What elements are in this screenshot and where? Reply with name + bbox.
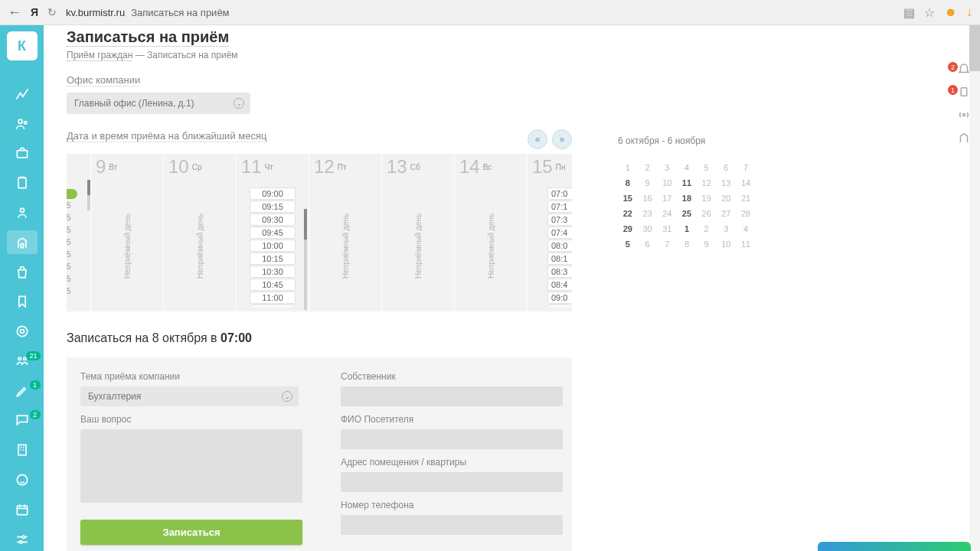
calendar-day[interactable]: 9 bbox=[638, 175, 658, 191]
calendar-day[interactable]: 30 bbox=[638, 221, 658, 236]
phone-input[interactable] bbox=[341, 515, 563, 535]
time-slot[interactable]: 07:3 bbox=[547, 214, 572, 226]
nav-edit-icon[interactable]: 1 bbox=[7, 379, 38, 403]
calendar-day[interactable]: 2 bbox=[638, 160, 658, 175]
calendar-day[interactable]: 18 bbox=[677, 191, 697, 206]
calendar-day[interactable]: 9 bbox=[697, 236, 717, 252]
calendar-day[interactable]: 21 bbox=[736, 191, 756, 206]
time-slot[interactable]: 07:0 bbox=[547, 187, 572, 200]
calendar-day[interactable]: 25 bbox=[677, 206, 697, 221]
calendar-day[interactable]: 5 bbox=[697, 160, 717, 175]
calendar-day[interactable]: 24 bbox=[657, 206, 677, 221]
nav-bookmark-icon[interactable] bbox=[7, 290, 38, 314]
browser-url[interactable]: kv.burmistr.ru Записаться на приём bbox=[66, 7, 230, 18]
time-slot[interactable]: 08:1 bbox=[547, 253, 572, 265]
browser-back-icon[interactable]: ← bbox=[8, 5, 21, 21]
download-icon[interactable]: ↓ bbox=[966, 5, 972, 19]
nav-calendar-icon[interactable] bbox=[7, 497, 38, 521]
calendar-day[interactable]: 11 bbox=[677, 175, 697, 191]
calendar-day[interactable]: 20 bbox=[717, 191, 737, 206]
breadcrumb-link[interactable]: Приём граждан bbox=[67, 50, 132, 61]
address-input[interactable] bbox=[341, 472, 563, 492]
calendar-day[interactable]: 4 bbox=[677, 160, 697, 175]
browser-ya-icon[interactable]: Я bbox=[31, 6, 38, 18]
calendar-day[interactable]: 6 bbox=[638, 236, 658, 252]
calendar-day[interactable]: 19 bbox=[697, 191, 717, 206]
calendar-day[interactable]: 7 bbox=[657, 236, 677, 252]
time-slot[interactable]: 09:15 bbox=[250, 201, 296, 213]
nav-bag-icon[interactable] bbox=[7, 260, 38, 284]
calendar-day[interactable]: 10 bbox=[717, 236, 737, 252]
fio-input[interactable] bbox=[341, 429, 563, 449]
question-textarea[interactable] bbox=[80, 429, 302, 503]
nav-target-icon[interactable] bbox=[7, 320, 38, 344]
calendar-day[interactable]: 17 bbox=[657, 191, 677, 206]
time-slot[interactable]: 11:00 bbox=[250, 292, 296, 304]
calendar-day[interactable]: 11 bbox=[736, 236, 756, 252]
browser-refresh-icon[interactable]: ↻ bbox=[47, 6, 57, 18]
next-week-button[interactable]: » bbox=[552, 129, 572, 149]
calendar-day[interactable]: 14 bbox=[736, 175, 756, 191]
nav-person-icon[interactable] bbox=[7, 201, 38, 225]
time-slot[interactable]: 10:00 bbox=[250, 240, 296, 252]
calendar-table[interactable]: 1234567891011121314151617181920212223242… bbox=[618, 160, 756, 252]
calendar-day[interactable]: 26 bbox=[697, 206, 717, 221]
calendar-day[interactable]: 28 bbox=[736, 206, 756, 221]
calendar-day[interactable]: 2 bbox=[697, 221, 717, 236]
time-slot[interactable]: 07:4 bbox=[547, 227, 572, 239]
calendar-day[interactable]: 13 bbox=[717, 175, 737, 191]
logo[interactable]: К bbox=[7, 31, 38, 60]
nav-chat-icon[interactable]: 2 bbox=[7, 409, 38, 432]
calendar-day[interactable]: 23 bbox=[638, 206, 658, 221]
prev-week-button[interactable]: « bbox=[528, 129, 547, 149]
calendar-day[interactable]: 5 bbox=[618, 236, 638, 252]
calendar-day[interactable]: 3 bbox=[717, 221, 737, 236]
calendar-day[interactable]: 12 bbox=[697, 175, 717, 191]
time-slot[interactable]: 11:15 bbox=[250, 305, 296, 307]
emoji-icon[interactable]: ☻ bbox=[944, 5, 957, 19]
time-slot[interactable]: 09:30 bbox=[250, 214, 296, 226]
nav-clipboard-icon[interactable] bbox=[7, 171, 38, 195]
panel-icon[interactable]: ▤ bbox=[903, 5, 915, 20]
nav-appointment-icon[interactable] bbox=[7, 230, 38, 254]
nav-settings-icon[interactable] bbox=[7, 527, 38, 551]
scrollbar[interactable] bbox=[969, 25, 980, 551]
time-slot[interactable]: 08:4 bbox=[547, 279, 572, 291]
calendar-day[interactable]: 1 bbox=[618, 160, 638, 175]
nav-dashboard-icon[interactable] bbox=[7, 82, 38, 106]
time-slot[interactable]: 10:15 bbox=[250, 253, 296, 265]
nav-briefcase-icon[interactable] bbox=[7, 142, 38, 165]
calendar-day[interactable]: 1 bbox=[677, 221, 697, 236]
calendar-day[interactable]: 8 bbox=[677, 236, 697, 252]
time-slot[interactable]: 09:1 bbox=[547, 305, 572, 307]
time-slot[interactable]: 10:45 bbox=[250, 279, 296, 291]
calendar-day[interactable]: 27 bbox=[717, 206, 737, 221]
calendar-day[interactable]: 31 bbox=[657, 221, 677, 236]
time-slot[interactable]: 08:3 bbox=[547, 266, 572, 278]
calendar-day[interactable]: 15 bbox=[618, 191, 638, 206]
calendar-day[interactable]: 3 bbox=[657, 160, 677, 175]
calendar-day[interactable]: 7 bbox=[736, 160, 756, 175]
nav-building-icon[interactable] bbox=[7, 439, 38, 462]
time-slot[interactable]: 09:0 bbox=[547, 292, 572, 304]
nav-users-icon[interactable] bbox=[7, 112, 38, 135]
calendar-day[interactable]: 8 bbox=[618, 175, 638, 191]
time-slot[interactable]: 10:30 bbox=[250, 266, 296, 278]
calendar-day[interactable]: 16 bbox=[638, 191, 658, 206]
time-slot[interactable]: 09:45 bbox=[250, 227, 296, 239]
time-slot[interactable]: 07:1 bbox=[547, 201, 572, 213]
calendar-day[interactable]: 22 bbox=[618, 206, 638, 221]
submit-button[interactable]: Записаться bbox=[80, 520, 302, 545]
floating-widget[interactable] bbox=[818, 542, 971, 551]
owner-input[interactable] bbox=[341, 386, 563, 406]
calendar-day[interactable]: 29 bbox=[618, 221, 638, 236]
star-icon[interactable]: ☆ bbox=[924, 5, 935, 20]
office-select[interactable]: Главный офис (Ленина, д.1) ⌄ bbox=[67, 93, 250, 114]
calendar-day[interactable]: 6 bbox=[717, 160, 737, 175]
calendar-day[interactable]: 4 bbox=[736, 221, 756, 236]
theme-select[interactable]: Бухгалтерия ⌄ bbox=[80, 386, 299, 406]
calendar-day[interactable]: 10 bbox=[657, 175, 677, 191]
nav-face-icon[interactable] bbox=[7, 468, 38, 492]
time-slot[interactable]: 09:00 bbox=[250, 187, 296, 200]
time-slot[interactable]: 08:0 bbox=[547, 240, 572, 252]
